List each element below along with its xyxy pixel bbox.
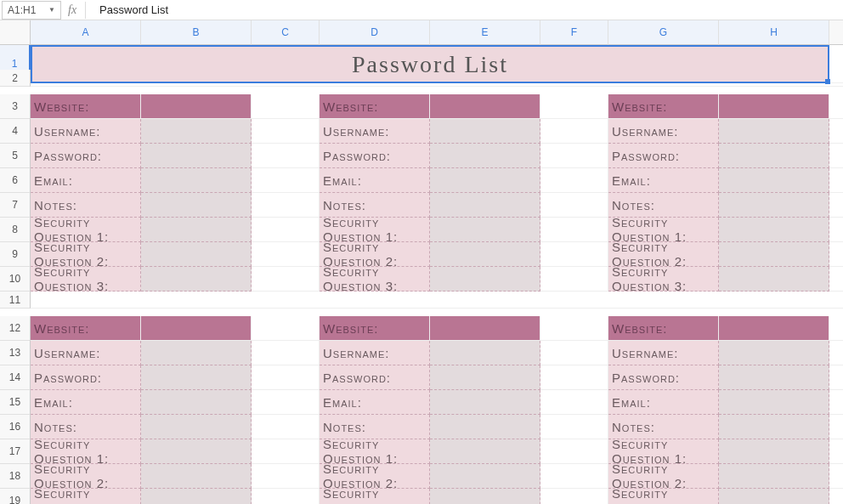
cell-blank[interactable] (540, 168, 608, 193)
card-field-value[interactable] (141, 341, 252, 365)
card-field-value[interactable] (719, 242, 829, 267)
cell-blank[interactable] (829, 316, 843, 341)
card-field-value[interactable] (141, 119, 252, 144)
row-header-4[interactable]: 4 (0, 119, 31, 144)
card-field-value[interactable] (141, 464, 252, 489)
cell-blank[interactable] (540, 94, 608, 119)
card-field-label[interactable]: Notes: (608, 415, 719, 439)
card-field-value[interactable] (719, 489, 829, 504)
card-website-value[interactable] (141, 94, 252, 119)
cell-blank[interactable] (540, 365, 608, 390)
row-header-18[interactable]: 18 (0, 464, 31, 489)
card-field-label[interactable]: Security Question 3: (320, 267, 430, 292)
card-field-value[interactable] (141, 267, 252, 292)
cell-blank[interactable] (540, 341, 608, 365)
cell-blank[interactable] (252, 415, 320, 439)
cell-blank[interactable] (540, 415, 608, 439)
row-header-13[interactable]: 13 (0, 341, 31, 365)
cell-blank[interactable] (540, 144, 608, 168)
row-header-15[interactable]: 15 (0, 390, 31, 415)
card-website-value[interactable] (719, 316, 829, 341)
card-field-value[interactable] (719, 119, 829, 144)
cell-blank[interactable] (540, 267, 608, 292)
card-website-label[interactable]: Website: (31, 94, 141, 119)
card-field-value[interactable] (719, 365, 829, 390)
card-field-value[interactable] (430, 415, 540, 439)
card-field-value[interactable] (141, 144, 252, 168)
card-field-value[interactable] (430, 193, 540, 218)
cell-blank[interactable] (829, 144, 843, 168)
col-header-blank[interactable] (829, 20, 843, 45)
card-field-value[interactable] (430, 439, 540, 464)
card-field-label[interactable]: Security Question 3: (608, 489, 719, 504)
cell-blank[interactable] (252, 489, 320, 504)
cell-blank[interactable] (252, 168, 320, 193)
card-field-label[interactable]: Email: (608, 168, 719, 193)
card-field-value[interactable] (141, 489, 252, 504)
row-header-12[interactable]: 12 (0, 316, 31, 341)
card-field-value[interactable] (719, 144, 829, 168)
chevron-down-icon[interactable]: ▼ (48, 6, 55, 14)
fx-icon[interactable]: fx (68, 3, 76, 17)
cell-blank[interactable] (31, 292, 843, 309)
cell-blank[interactable] (829, 341, 843, 365)
row-header-11[interactable]: 11 (0, 292, 31, 309)
card-field-label[interactable]: Password: (608, 365, 719, 390)
card-website-value[interactable] (430, 94, 540, 119)
card-field-label[interactable]: Username: (320, 119, 430, 144)
cell-blank[interactable] (252, 242, 320, 267)
card-field-label[interactable]: Email: (320, 390, 430, 415)
cell-blank[interactable] (252, 439, 320, 464)
card-website-value[interactable] (430, 316, 540, 341)
card-field-label[interactable]: Security Question 2: (320, 464, 430, 489)
card-field-value[interactable] (719, 193, 829, 218)
card-website-label[interactable]: Website: (608, 94, 719, 119)
card-field-label[interactable]: Security Question 2: (31, 242, 141, 267)
card-field-label[interactable]: Password: (608, 144, 719, 168)
formula-input[interactable]: Password List (94, 2, 843, 18)
col-header-A[interactable]: A (31, 20, 141, 45)
card-field-value[interactable] (141, 415, 252, 439)
cell-blank[interactable] (829, 94, 843, 119)
card-field-label[interactable]: Security Question 2: (320, 242, 430, 267)
card-field-label[interactable]: Username: (608, 119, 719, 144)
card-field-value[interactable] (719, 341, 829, 365)
cell-blank[interactable] (540, 390, 608, 415)
row-header-6[interactable]: 6 (0, 168, 31, 193)
col-header-F[interactable]: F (540, 20, 608, 45)
cell-blank[interactable] (540, 119, 608, 144)
cell-blank[interactable] (540, 242, 608, 267)
card-field-label[interactable]: Security Question 2: (608, 464, 719, 489)
cell-blank[interactable] (829, 267, 843, 292)
cell-blank[interactable] (252, 464, 320, 489)
cell-blank[interactable] (829, 365, 843, 390)
card-field-value[interactable] (719, 439, 829, 464)
cell-blank[interactable] (252, 144, 320, 168)
cell-blank[interactable] (829, 415, 843, 439)
card-field-value[interactable] (430, 365, 540, 390)
cell-blank[interactable] (540, 439, 608, 464)
card-field-label[interactable]: Username: (31, 341, 141, 365)
row-header-2[interactable]: 2 (0, 70, 31, 87)
row-header-16[interactable]: 16 (0, 415, 31, 439)
card-field-value[interactable] (430, 390, 540, 415)
cell-blank[interactable] (252, 341, 320, 365)
cell-blank[interactable] (540, 489, 608, 504)
card-field-value[interactable] (141, 365, 252, 390)
card-field-label[interactable]: Email: (31, 390, 141, 415)
card-field-label[interactable]: Email: (608, 390, 719, 415)
cell-blank[interactable] (829, 390, 843, 415)
row-header-7[interactable]: 7 (0, 193, 31, 218)
card-field-label[interactable]: Password: (31, 365, 141, 390)
cell-blank[interactable] (252, 119, 320, 144)
card-field-value[interactable] (141, 242, 252, 267)
card-field-label[interactable]: Security Question 3: (31, 267, 141, 292)
card-field-label[interactable]: Security Question 3: (608, 267, 719, 292)
card-field-value[interactable] (719, 267, 829, 292)
card-website-label[interactable]: Website: (320, 316, 430, 341)
card-field-value[interactable] (430, 341, 540, 365)
card-field-label[interactable]: Email: (31, 168, 141, 193)
cell-blank[interactable] (829, 119, 843, 144)
name-box[interactable]: A1:H1 ▼ (2, 1, 61, 20)
grid[interactable]: A B C D E F G H 1 Password List 2 3 Webs… (0, 20, 843, 504)
